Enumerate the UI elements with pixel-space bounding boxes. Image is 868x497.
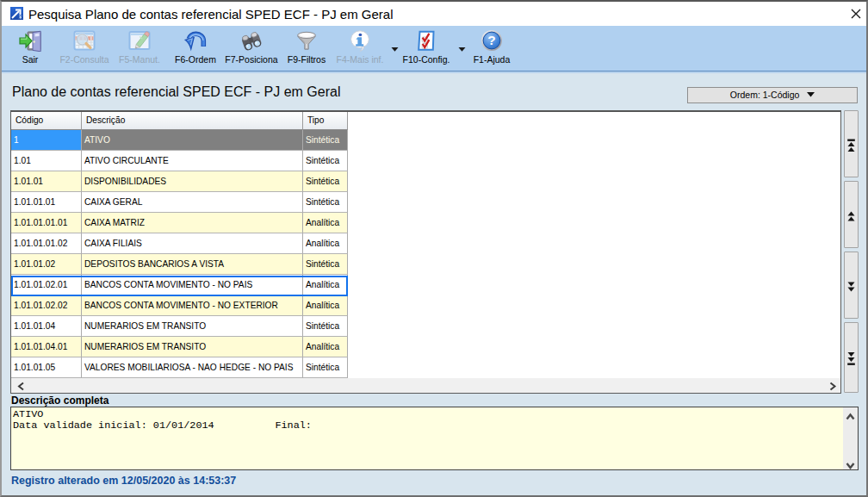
svg-text:?: ? [487, 33, 495, 47]
